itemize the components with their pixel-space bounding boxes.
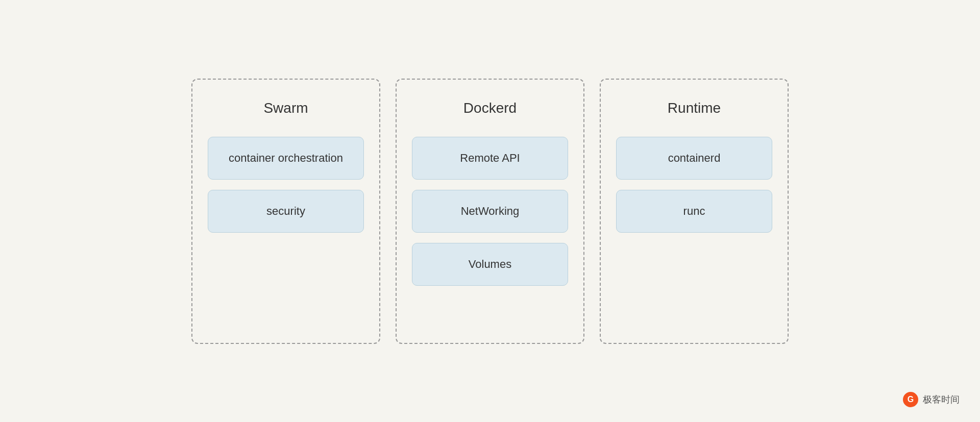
- watermark-icon: G: [902, 391, 919, 408]
- diagram-container: Swarm container orchestration security D…: [184, 79, 796, 344]
- security-item: security: [208, 190, 364, 233]
- volumes-item: Volumes: [412, 243, 568, 286]
- swarm-column: Swarm container orchestration security: [191, 79, 380, 344]
- container-orchestration-item: container orchestration: [208, 137, 364, 180]
- dockerd-column: Dockerd Remote API NetWorking Volumes: [396, 79, 584, 344]
- runtime-column: Runtime containerd runc: [600, 79, 789, 344]
- networking-item: NetWorking: [412, 190, 568, 233]
- containerd-item: containerd: [616, 137, 772, 180]
- dockerd-title: Dockerd: [463, 100, 517, 116]
- runc-item: runc: [616, 190, 772, 233]
- svg-text:G: G: [908, 395, 914, 404]
- remote-api-item: Remote API: [412, 137, 568, 180]
- swarm-title: Swarm: [263, 100, 308, 116]
- watermark-text: 极客时间: [923, 393, 960, 406]
- watermark: G 极客时间: [902, 391, 960, 408]
- runtime-title: Runtime: [668, 100, 721, 116]
